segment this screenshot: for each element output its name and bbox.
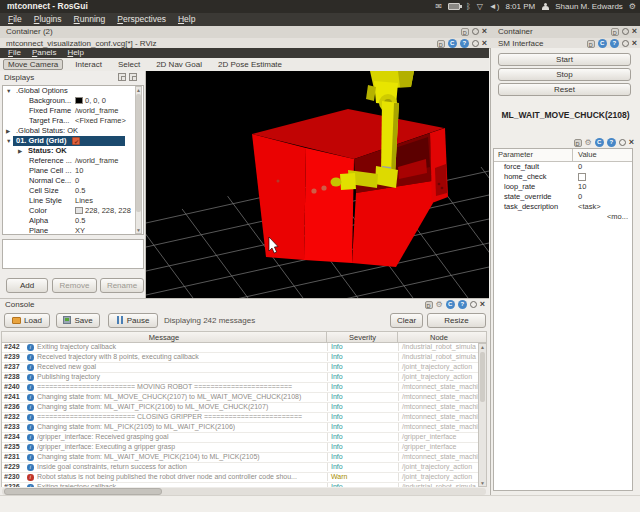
console-row[interactable]: #239iReceived trajectory with 8 points, … <box>2 353 478 363</box>
tree-row[interactable]: ▼01. Grid (Grid)✔ <box>3 136 143 146</box>
close-icon[interactable]: × <box>480 300 485 309</box>
parameter-row[interactable]: home_check <box>494 171 632 181</box>
restore-icon[interactable] <box>472 40 479 47</box>
tree-row[interactable]: ▶Status: OK <box>3 146 143 156</box>
tool-2d-nav-goal[interactable]: 2D Nav Goal <box>152 59 206 70</box>
tree-row[interactable]: ▼.Global Options <box>3 86 143 96</box>
column-header-message[interactable]: Message <box>2 332 326 343</box>
tree-item-value[interactable]: 0 <box>75 176 79 186</box>
scroll-up-icon[interactable]: ▲ <box>136 87 141 93</box>
close-icon[interactable]: × <box>632 27 637 36</box>
help-icon[interactable]: ? <box>458 300 467 309</box>
dock-icon[interactable]: D <box>437 40 445 48</box>
help-icon[interactable]: ? <box>610 39 619 48</box>
displays-tree[interactable]: ▼.Global OptionsBackgroun...0, 0, 0Fixed… <box>2 85 144 235</box>
console-row[interactable]: #240i======================== MOVING ROB… <box>2 383 478 393</box>
tree-item-value[interactable]: <Fixed Frame> <box>75 116 126 126</box>
tool-2d-pose-estimate[interactable]: 2D Pose Estimate <box>214 59 286 70</box>
rviz-3d-viewport[interactable] <box>146 71 489 298</box>
console-vertical-scrollbar[interactable]: ▲ ▼ <box>478 343 487 487</box>
dock-icon[interactable]: D <box>611 28 619 36</box>
parameter-row[interactable]: state_override0 <box>494 191 632 201</box>
reset-button[interactable]: Reset <box>498 83 631 96</box>
parameter-value[interactable]: 0 <box>578 162 582 171</box>
tree-row[interactable]: Normal Ce...0 <box>3 176 143 186</box>
restore-icon[interactable] <box>472 28 479 35</box>
stop-button[interactable]: Stop <box>498 68 631 81</box>
user-icon[interactable] <box>541 3 549 11</box>
scroll-up-icon[interactable]: ▲ <box>480 344 485 350</box>
tree-row[interactable]: PlaneXY <box>3 226 143 235</box>
parameter-row[interactable]: force_fault0 <box>494 161 632 171</box>
reload-icon[interactable]: C <box>598 39 607 48</box>
console-row[interactable]: #236iChanging state from: ML_WAIT_PICK(2… <box>2 403 478 413</box>
scroll-down-icon[interactable]: ▼ <box>136 227 141 233</box>
add-button[interactable]: Add <box>6 278 48 293</box>
console-row[interactable]: #242iExiting trajectory callbackInfo/ind… <box>2 343 478 353</box>
rviz-menu-file[interactable]: File <box>8 48 21 57</box>
tree-item-value[interactable]: XY <box>75 226 85 235</box>
save-button[interactable]: Save <box>56 313 100 328</box>
scrollbar-thumb[interactable] <box>136 94 141 212</box>
chevron-down-icon[interactable]: ▼ <box>6 136 11 146</box>
close-icon[interactable]: × <box>632 39 637 48</box>
parameter-value[interactable]: 0 <box>578 192 582 201</box>
scrollbar-thumb[interactable] <box>480 352 485 402</box>
mail-icon[interactable]: ✉ <box>435 2 442 12</box>
parameter-row[interactable]: task_description<task><mo... <box>494 201 632 225</box>
console-row[interactable]: #229iInside goal constraints, return suc… <box>2 463 478 473</box>
column-header-severity[interactable]: Severity <box>326 332 398 343</box>
column-header-node[interactable]: Node <box>397 332 480 343</box>
clear-button[interactable]: Clear <box>390 313 423 328</box>
battery-icon[interactable] <box>448 3 460 10</box>
parameter-value[interactable]: 10 <box>578 182 586 191</box>
help-icon[interactable]: ? <box>607 138 616 147</box>
float-icon[interactable] <box>118 73 126 81</box>
close-icon[interactable]: × <box>629 138 634 147</box>
tree-row[interactable]: Color228, 228, 228 <box>3 206 143 216</box>
resize-columns-button[interactable]: Resize Columns <box>427 313 486 328</box>
help-icon[interactable]: ? <box>460 39 469 48</box>
console-rows[interactable]: #242iExiting trajectory callbackInfo/ind… <box>1 343 478 487</box>
console-row[interactable]: #237iReceived new goalInfo/joint_traject… <box>2 363 478 373</box>
tree-item-value[interactable]: Lines <box>75 196 93 206</box>
scrollbar-thumb[interactable] <box>4 488 162 495</box>
tree-item-value[interactable]: 228, 228, 228 <box>75 206 131 216</box>
bluetooth-icon[interactable]: ᛒ <box>466 2 471 12</box>
tree-item-value[interactable]: 0.5 <box>75 216 85 226</box>
restore-icon[interactable] <box>622 40 629 47</box>
console-row[interactable]: #233iChanging state from: ML_PICK(2105) … <box>2 423 478 433</box>
app-menu-help[interactable]: Help <box>178 14 195 24</box>
close-icon[interactable]: × <box>482 39 487 48</box>
rviz-menu-panels[interactable]: Panels <box>32 48 56 57</box>
close-icon[interactable]: × <box>482 27 487 36</box>
displays-empty-list[interactable] <box>2 239 144 269</box>
close-icon[interactable] <box>129 73 137 81</box>
tree-row[interactable]: ▶.Global Status: OK <box>3 126 143 136</box>
dock-icon[interactable]: D <box>461 28 469 36</box>
settings-gear-icon[interactable]: ⚙ <box>585 138 592 147</box>
chevron-down-icon[interactable]: ▼ <box>6 86 11 96</box>
tool-interact[interactable]: Interact <box>71 59 106 70</box>
console-row[interactable]: #238iPublishing trajectoryInfo/joint_tra… <box>2 373 478 383</box>
tree-row[interactable]: Line StyleLines <box>3 196 143 206</box>
console-row[interactable]: #231iChanging state from: ML_WAIT_MOVE_P… <box>2 453 478 463</box>
reload-icon[interactable]: C <box>446 300 455 309</box>
chevron-right-icon[interactable]: ▶ <box>6 126 10 136</box>
console-row[interactable]: #241iChanging state from: ML_MOVE_CHUCK(… <box>2 393 478 403</box>
console-row[interactable]: #234i/gripper_interface: Received graspi… <box>2 433 478 443</box>
restore-icon[interactable] <box>470 301 477 308</box>
console-row[interactable]: #230iRobot status is not being published… <box>2 473 478 483</box>
console-horizontal-scrollbar[interactable] <box>2 488 486 495</box>
tree-row[interactable]: Reference .../world_frame <box>3 156 143 166</box>
settings-gear-icon[interactable]: ⚙ <box>436 300 443 309</box>
app-menu-running[interactable]: Running <box>74 14 106 24</box>
user-name[interactable]: Shaun M. Edwards <box>555 2 623 11</box>
column-header-parameter[interactable]: Parameter <box>498 150 533 159</box>
tree-row[interactable]: Fixed Frame/world_frame <box>3 106 143 116</box>
tree-item-value[interactable]: 0, 0, 0 <box>75 96 106 106</box>
session-gear-icon[interactable]: ⚙ <box>629 2 636 12</box>
tree-row[interactable]: Backgroun...0, 0, 0 <box>3 96 143 106</box>
parameter-row[interactable]: loop_rate10 <box>494 181 632 191</box>
console-row[interactable]: #235i/gripper_interface: Executing a gri… <box>2 443 478 453</box>
